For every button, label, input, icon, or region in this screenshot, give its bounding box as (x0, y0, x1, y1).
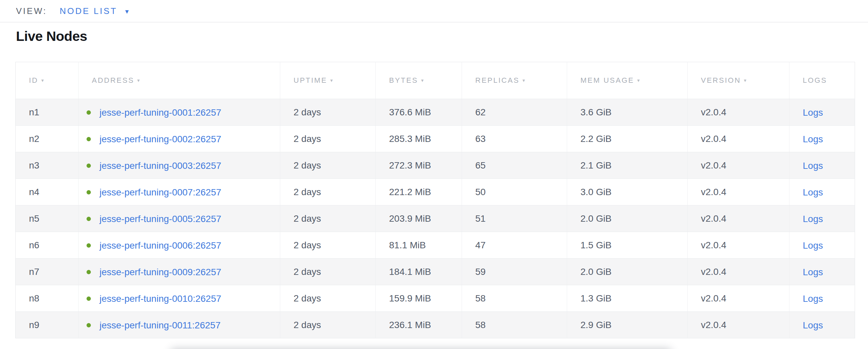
logs-link[interactable]: Logs (803, 267, 823, 277)
logs-link[interactable]: Logs (803, 160, 823, 171)
live-status-dot-icon (87, 217, 91, 221)
table-row: n3 jesse-perf-tuning-0003:26257 2 days 2… (16, 152, 855, 179)
bytes-cell: 159.9 MiB (376, 285, 462, 312)
view-selected-value: NODE LIST (60, 6, 117, 16)
mem-usage-cell: 1.5 GiB (567, 232, 688, 258)
table-row: n4 jesse-perf-tuning-0007:26257 2 days 2… (16, 179, 855, 205)
version-cell: v2.0.4 (688, 152, 789, 179)
logs-link[interactable]: Logs (803, 134, 823, 144)
logs-link[interactable]: Logs (803, 240, 823, 250)
mem-usage-cell: 3.6 GiB (567, 99, 688, 126)
logs-cell: Logs (789, 205, 855, 232)
live-status-dot-icon (87, 137, 91, 141)
column-header-address[interactable]: ADDRESS▾ (79, 62, 280, 99)
sort-caret-icon: ▾ (523, 77, 526, 83)
page: VIEW: NODE LIST ▼ Live Nodes ID▾ ADDRESS… (0, 0, 868, 349)
node-address-link[interactable]: jesse-perf-tuning-0010:26257 (99, 293, 221, 304)
node-address-link[interactable]: jesse-perf-tuning-0001:26257 (99, 107, 221, 117)
uptime-cell: 2 days (280, 312, 376, 338)
uptime-cell: 2 days (280, 152, 376, 179)
sort-caret-icon: ▾ (137, 77, 141, 83)
caret-down-icon: ▼ (124, 9, 131, 14)
logs-link[interactable]: Logs (803, 187, 823, 197)
mem-usage-cell: 2.2 GiB (567, 126, 688, 152)
logs-cell: Logs (789, 126, 855, 152)
version-cell: v2.0.4 (688, 312, 789, 338)
bytes-cell: 81.1 MiB (376, 232, 462, 258)
mem-usage-cell: 3.0 GiB (567, 179, 688, 205)
bytes-cell: 272.3 MiB (376, 152, 462, 179)
version-cell: v2.0.4 (688, 99, 789, 126)
bytes-cell: 221.2 MiB (376, 179, 462, 205)
column-header-uptime[interactable]: UPTIME▾ (280, 62, 376, 99)
column-header-label: VERSION (701, 76, 741, 84)
node-address-cell: jesse-perf-tuning-0001:26257 (79, 99, 280, 126)
column-header-logs[interactable]: LOGS (789, 62, 855, 99)
logs-link[interactable]: Logs (803, 107, 823, 117)
node-id-cell: n5 (16, 205, 79, 232)
view-label: VIEW: (16, 6, 47, 16)
node-address-link[interactable]: jesse-perf-tuning-0007:26257 (99, 187, 221, 197)
node-id-cell: n2 (16, 126, 79, 152)
logs-link[interactable]: Logs (803, 213, 823, 224)
node-id-cell: n4 (16, 179, 79, 205)
table-header-row: ID▾ ADDRESS▾ UPTIME▾ BYTES▾ REPLICAS▾ ME… (16, 62, 855, 99)
live-status-dot-icon (87, 164, 91, 168)
version-cell: v2.0.4 (688, 258, 789, 285)
column-header-bytes[interactable]: BYTES▾ (376, 62, 462, 99)
logs-cell: Logs (789, 312, 855, 338)
node-address-link[interactable]: jesse-perf-tuning-0002:26257 (99, 134, 221, 144)
logs-cell: Logs (789, 258, 855, 285)
mem-usage-cell: 2.1 GiB (567, 152, 688, 179)
node-address-cell: jesse-perf-tuning-0002:26257 (79, 126, 280, 152)
replicas-cell: 58 (462, 285, 567, 312)
mem-usage-cell: 2.0 GiB (567, 205, 688, 232)
bytes-cell: 203.9 MiB (376, 205, 462, 232)
column-header-label: BYTES (389, 76, 418, 84)
table-row: n5 jesse-perf-tuning-0005:26257 2 days 2… (16, 205, 855, 232)
replicas-cell: 63 (462, 126, 567, 152)
logs-link[interactable]: Logs (803, 293, 823, 304)
live-status-dot-icon (87, 296, 91, 301)
sort-caret-icon: ▾ (744, 77, 747, 83)
node-address-link[interactable]: jesse-perf-tuning-0003:26257 (99, 160, 221, 171)
node-address-cell: jesse-perf-tuning-0007:26257 (79, 179, 280, 205)
table-row: n7 jesse-perf-tuning-0009:26257 2 days 1… (16, 258, 855, 285)
live-status-dot-icon (87, 323, 91, 327)
sort-caret-icon: ▾ (41, 77, 45, 83)
column-header-label: REPLICAS (475, 76, 520, 84)
replicas-cell: 59 (462, 258, 567, 285)
bytes-cell: 285.3 MiB (376, 126, 462, 152)
uptime-cell: 2 days (280, 285, 376, 312)
page-title: Live Nodes (16, 29, 87, 44)
column-header-label: UPTIME (293, 76, 327, 84)
mem-usage-cell: 2.0 GiB (567, 258, 688, 285)
node-address-link[interactable]: jesse-perf-tuning-0006:26257 (99, 240, 221, 250)
column-header-label: ADDRESS (92, 76, 134, 84)
replicas-cell: 51 (462, 205, 567, 232)
logs-link[interactable]: Logs (803, 320, 823, 330)
node-address-link[interactable]: jesse-perf-tuning-0011:26257 (99, 320, 221, 330)
replicas-cell: 58 (462, 312, 567, 338)
node-address-cell: jesse-perf-tuning-0010:26257 (79, 285, 280, 312)
replicas-cell: 47 (462, 232, 567, 258)
uptime-cell: 2 days (280, 258, 376, 285)
logs-cell: Logs (789, 152, 855, 179)
view-selector-dropdown[interactable]: NODE LIST ▼ (60, 6, 131, 16)
column-header-replicas[interactable]: REPLICAS▾ (462, 62, 567, 99)
sort-caret-icon: ▾ (421, 77, 425, 83)
live-status-dot-icon (87, 270, 91, 274)
column-header-id[interactable]: ID▾ (16, 62, 79, 99)
logs-cell: Logs (789, 232, 855, 258)
node-address-cell: jesse-perf-tuning-0003:26257 (79, 152, 280, 179)
node-id-cell: n1 (16, 99, 79, 126)
table-row: n8 jesse-perf-tuning-0010:26257 2 days 1… (16, 285, 855, 312)
column-header-version[interactable]: VERSION▾ (688, 62, 789, 99)
node-address-link[interactable]: jesse-perf-tuning-0005:26257 (99, 213, 221, 224)
uptime-cell: 2 days (280, 179, 376, 205)
live-status-dot-icon (87, 190, 91, 195)
node-address-link[interactable]: jesse-perf-tuning-0009:26257 (99, 267, 221, 277)
column-header-mem_usage[interactable]: MEM USAGE▾ (567, 62, 688, 99)
replicas-cell: 50 (462, 179, 567, 205)
live-nodes-table: ID▾ ADDRESS▾ UPTIME▾ BYTES▾ REPLICAS▾ ME… (15, 62, 855, 338)
